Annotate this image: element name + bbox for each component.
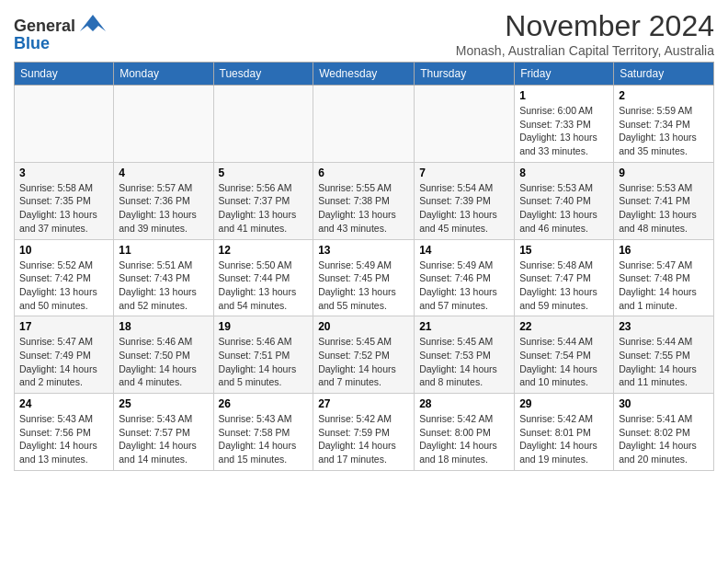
calendar-cell: 7Sunrise: 5:54 AMSunset: 7:39 PMDaylight… [415,162,515,239]
day-number: 23 [619,320,709,333]
day-number: 4 [119,167,208,179]
logo-bird-icon [80,15,106,31]
calendar-cell: 5Sunrise: 5:56 AMSunset: 7:37 PMDaylight… [213,162,313,239]
day-info: Sunrise: 5:49 AMSunset: 7:46 PMDaylight:… [419,259,509,313]
day-info: Sunrise: 5:52 AMSunset: 7:42 PMDaylight:… [19,259,108,313]
day-number: 26 [219,397,309,410]
calendar-cell: 3Sunrise: 5:58 AMSunset: 7:35 PMDaylight… [15,162,114,239]
calendar-cell: 21Sunrise: 5:45 AMSunset: 7:53 PMDayligh… [415,316,515,394]
calendar-cell: 24Sunrise: 5:43 AMSunset: 7:56 PMDayligh… [15,394,114,471]
calendar-cell: 10Sunrise: 5:52 AMSunset: 7:42 PMDayligh… [15,239,114,316]
day-info: Sunrise: 5:42 AMSunset: 8:00 PMDaylight:… [419,412,509,466]
calendar-cell: 27Sunrise: 5:42 AMSunset: 7:59 PMDayligh… [313,394,415,471]
day-info: Sunrise: 5:44 AMSunset: 7:55 PMDaylight:… [619,335,709,389]
day-info: Sunrise: 5:48 AMSunset: 7:47 PMDaylight:… [519,259,609,313]
weekday-header-sunday: Sunday [15,63,114,86]
day-number: 7 [419,167,509,179]
day-info: Sunrise: 5:57 AMSunset: 7:36 PMDaylight:… [119,181,208,236]
day-info: Sunrise: 5:46 AMSunset: 7:51 PMDaylight:… [219,335,309,389]
calendar-cell: 19Sunrise: 5:46 AMSunset: 7:51 PMDayligh… [213,316,313,394]
calendar-cell: 26Sunrise: 5:43 AMSunset: 7:58 PMDayligh… [213,394,313,471]
day-number: 15 [519,244,609,257]
weekday-header-saturday: Saturday [614,63,714,86]
day-number: 2 [619,89,709,102]
day-info: Sunrise: 5:45 AMSunset: 7:52 PMDaylight:… [318,335,409,389]
day-info: Sunrise: 6:00 AMSunset: 7:33 PMDaylight:… [519,104,609,158]
day-info: Sunrise: 5:43 AMSunset: 7:56 PMDaylight:… [19,412,108,466]
day-number: 30 [619,397,709,410]
calendar-week-1: 1Sunrise: 6:00 AMSunset: 7:33 PMDaylight… [15,86,714,163]
page-header: General Blue November 2024 Monash, Austr… [14,9,714,58]
weekday-header-friday: Friday [515,63,614,86]
day-info: Sunrise: 5:55 AMSunset: 7:38 PMDaylight:… [318,181,409,236]
day-number: 1 [519,89,609,102]
day-info: Sunrise: 5:43 AMSunset: 7:57 PMDaylight:… [119,412,208,466]
weekday-header-thursday: Thursday [415,63,515,86]
day-info: Sunrise: 5:53 AMSunset: 7:41 PMDaylight:… [619,181,709,236]
day-number: 6 [318,167,409,179]
calendar-cell: 12Sunrise: 5:50 AMSunset: 7:44 PMDayligh… [213,239,313,316]
calendar-week-2: 3Sunrise: 5:58 AMSunset: 7:35 PMDaylight… [15,162,714,239]
day-info: Sunrise: 5:43 AMSunset: 7:58 PMDaylight:… [219,412,309,466]
calendar-cell: 17Sunrise: 5:47 AMSunset: 7:49 PMDayligh… [15,316,114,394]
day-number: 12 [219,244,309,257]
day-number: 14 [419,244,509,257]
day-number: 25 [119,397,208,410]
day-info: Sunrise: 5:44 AMSunset: 7:54 PMDaylight:… [519,335,609,389]
day-number: 20 [318,320,409,333]
day-number: 28 [419,397,509,410]
calendar-cell: 18Sunrise: 5:46 AMSunset: 7:50 PMDayligh… [114,316,213,394]
calendar-cell: 20Sunrise: 5:45 AMSunset: 7:52 PMDayligh… [313,316,415,394]
calendar-week-4: 17Sunrise: 5:47 AMSunset: 7:49 PMDayligh… [15,316,714,394]
calendar-cell: 28Sunrise: 5:42 AMSunset: 8:00 PMDayligh… [415,394,515,471]
day-number: 21 [419,320,509,333]
calendar-cell: 1Sunrise: 6:00 AMSunset: 7:33 PMDaylight… [515,86,614,163]
day-number: 5 [219,167,309,179]
day-number: 17 [19,320,108,333]
day-number: 27 [318,397,409,410]
day-number: 8 [519,167,609,179]
day-info: Sunrise: 5:53 AMSunset: 7:40 PMDaylight:… [519,181,609,236]
day-number: 29 [519,397,609,410]
day-info: Sunrise: 5:50 AMSunset: 7:44 PMDaylight:… [219,259,309,313]
logo: General Blue [14,15,106,52]
calendar-cell: 2Sunrise: 5:59 AMSunset: 7:34 PMDaylight… [614,86,714,163]
day-info: Sunrise: 5:42 AMSunset: 7:59 PMDaylight:… [318,412,409,466]
calendar-cell: 29Sunrise: 5:42 AMSunset: 8:01 PMDayligh… [515,394,614,471]
day-number: 9 [619,167,709,179]
calendar-table: SundayMondayTuesdayWednesdayThursdayFrid… [14,62,714,471]
calendar-cell: 6Sunrise: 5:55 AMSunset: 7:38 PMDaylight… [313,162,415,239]
day-info: Sunrise: 5:54 AMSunset: 7:39 PMDaylight:… [419,181,509,236]
day-number: 24 [19,397,108,410]
day-info: Sunrise: 5:47 AMSunset: 7:49 PMDaylight:… [19,335,108,389]
weekday-header-wednesday: Wednesday [313,63,415,86]
calendar-cell [15,86,114,163]
logo-blue-text: Blue [14,35,50,52]
day-info: Sunrise: 5:51 AMSunset: 7:43 PMDaylight:… [119,259,208,313]
day-number: 16 [619,244,709,257]
calendar-header-row: SundayMondayTuesdayWednesdayThursdayFrid… [15,63,714,86]
logo-general-text: General [14,17,75,35]
day-number: 19 [219,320,309,333]
day-info: Sunrise: 5:41 AMSunset: 8:02 PMDaylight:… [619,412,709,466]
day-info: Sunrise: 5:46 AMSunset: 7:50 PMDaylight:… [119,335,208,389]
weekday-header-monday: Monday [114,63,213,86]
calendar-cell: 4Sunrise: 5:57 AMSunset: 7:36 PMDaylight… [114,162,213,239]
day-info: Sunrise: 5:58 AMSunset: 7:35 PMDaylight:… [19,181,108,236]
day-info: Sunrise: 5:45 AMSunset: 7:53 PMDaylight:… [419,335,509,389]
month-title: November 2024 [456,9,714,43]
calendar-cell [114,86,213,163]
day-number: 10 [19,244,108,257]
calendar-week-3: 10Sunrise: 5:52 AMSunset: 7:42 PMDayligh… [15,239,714,316]
calendar-cell [415,86,515,163]
day-info: Sunrise: 5:47 AMSunset: 7:48 PMDaylight:… [619,259,709,313]
location-subtitle: Monash, Australian Capital Territory, Au… [456,43,714,58]
day-info: Sunrise: 5:59 AMSunset: 7:34 PMDaylight:… [619,104,709,158]
calendar-week-5: 24Sunrise: 5:43 AMSunset: 7:56 PMDayligh… [15,394,714,471]
svg-marker-0 [80,15,106,31]
calendar-cell: 13Sunrise: 5:49 AMSunset: 7:45 PMDayligh… [313,239,415,316]
calendar-cell: 30Sunrise: 5:41 AMSunset: 8:02 PMDayligh… [614,394,714,471]
day-number: 13 [318,244,409,257]
day-number: 18 [119,320,208,333]
calendar-cell: 22Sunrise: 5:44 AMSunset: 7:54 PMDayligh… [515,316,614,394]
